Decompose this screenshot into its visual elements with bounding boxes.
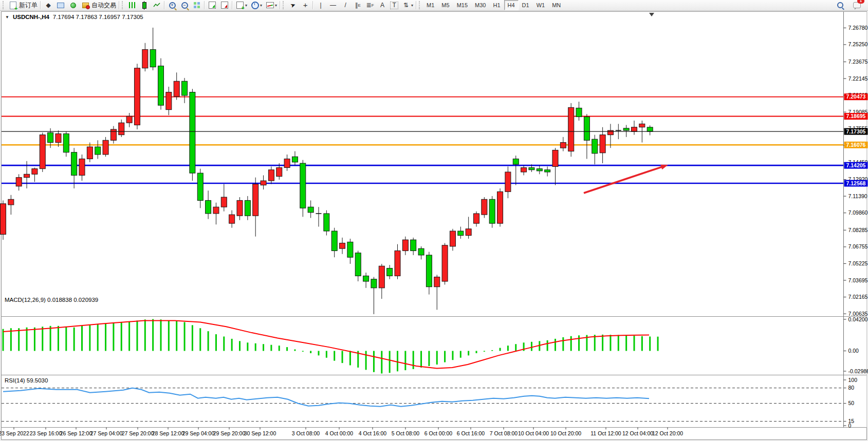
monitor-icon	[56, 1, 65, 10]
chart-title: ▼ USDCNH-,H4 7.17694 7.17863 7.16957 7.1…	[5, 14, 143, 20]
svg-text:23 Sep 2022: 23 Sep 2022	[0, 430, 29, 436]
timeframe-m30[interactable]: M30	[471, 0, 489, 10]
separator	[232, 1, 232, 9]
new-chart-button[interactable]: + ▾	[234, 1, 249, 10]
timeframe-w1[interactable]: W1	[533, 0, 549, 10]
toolbar-grip	[122, 1, 125, 9]
crosshair-tool-button[interactable]: +	[299, 1, 311, 10]
bar-chart-button[interactable]	[126, 1, 138, 10]
svg-text:6 Oct 16:00: 6 Oct 16:00	[457, 430, 485, 436]
svg-text:3 Oct 08:00: 3 Oct 08:00	[292, 430, 320, 436]
trendline-tool[interactable]: /	[339, 1, 352, 10]
separator	[119, 1, 119, 9]
mt4-terminal-window: 新订单 ◆ 自动交易 + − + ▾	[0, 0, 868, 441]
bar-chart-icon	[127, 1, 137, 10]
svg-text:7.18695: 7.18695	[846, 113, 866, 119]
equidistant-channel-icon: ∥E	[353, 1, 362, 10]
notifications-button[interactable]: 1	[851, 1, 863, 10]
svg-text:7.17305: 7.17305	[846, 128, 866, 135]
channel-tool[interactable]: ∥E	[352, 1, 364, 10]
chart-window	[2, 12, 867, 440]
horizontal-line-tool[interactable]: —	[327, 1, 339, 10]
notification-badge: 1	[857, 0, 864, 4]
svg-text:0.042001: 0.042001	[848, 316, 868, 322]
svg-text:27 Sep 04:00: 27 Sep 04:00	[90, 430, 123, 436]
new-order-label: 新订单	[19, 1, 38, 10]
timeframe-m1[interactable]: M1	[423, 0, 438, 10]
price-axis-strip[interactable]	[844, 12, 867, 428]
svg-text:7.05225: 7.05225	[848, 260, 868, 266]
svg-text:7.09860: 7.09860	[848, 209, 868, 216]
auto-trading-button[interactable]: 自动交易	[79, 1, 118, 10]
horizontal-line-icon: —	[328, 1, 338, 10]
svg-text:29 Sep 20:00: 29 Sep 20:00	[213, 430, 246, 436]
zoom-out-icon: −	[180, 1, 189, 10]
svg-text:12 Oct 20:00: 12 Oct 20:00	[652, 430, 683, 436]
new-order-button[interactable]: 新订单	[7, 1, 39, 10]
svg-text:7.23675: 7.23675	[848, 59, 868, 65]
svg-text:7.03695: 7.03695	[848, 277, 868, 283]
macd-indicator-label: MACD(12,26,9) 0.018838 0.020939	[5, 297, 98, 303]
dropdown-caret-icon: ▾	[411, 3, 413, 8]
crosshair-icon: +	[301, 1, 310, 10]
vertical-line-tool[interactable]: |	[315, 1, 327, 10]
svg-text:10 Oct 04:00: 10 Oct 04:00	[518, 430, 549, 436]
candlestick-chart-button[interactable]	[138, 1, 151, 10]
svg-text:30 Sep 12:00: 30 Sep 12:00	[244, 430, 276, 436]
zoom-in-button[interactable]: +	[166, 1, 178, 10]
separator	[416, 1, 416, 9]
timeframe-h4[interactable]: H4	[504, 0, 519, 10]
auto-scroll-button[interactable]	[206, 1, 218, 10]
dropdown-caret-icon: ▾	[260, 3, 262, 8]
fibonacci-tool[interactable]: ≣F	[364, 1, 376, 10]
trendline-icon: /	[341, 1, 350, 10]
chart-canvas[interactable]: 7.267807.252507.236757.221457.206157.190…	[0, 0, 868, 441]
chart-symbol-period: USDCNH-,H4	[13, 14, 49, 20]
separator	[164, 1, 164, 9]
arrows-tool[interactable]: ⇅ ▾	[400, 1, 415, 10]
new-chart-icon: +	[235, 1, 245, 10]
chart-ohlc-values: 7.17694 7.17863 7.16957 7.17305	[53, 14, 143, 20]
svg-text:12 Oct 04:00: 12 Oct 04:00	[622, 430, 653, 436]
gold-diamond-icon: ◆	[44, 1, 53, 10]
zoom-in-icon: +	[168, 1, 177, 10]
separator	[40, 1, 41, 9]
text-tool[interactable]: A	[376, 1, 389, 10]
svg-text:7.22145: 7.22145	[848, 75, 868, 82]
cursor-tool-button[interactable]: ➤	[287, 1, 299, 10]
tile-windows-button[interactable]	[191, 1, 203, 10]
timeframe-d1[interactable]: D1	[519, 0, 533, 10]
timeframe-m15[interactable]: M15	[453, 0, 471, 10]
separator	[280, 1, 280, 9]
vertical-line-icon: |	[316, 1, 325, 10]
fibonacci-icon: ≣F	[365, 1, 375, 10]
timeframe-m5[interactable]: M5	[438, 0, 453, 10]
svg-text:6 Oct 00:00: 6 Oct 00:00	[424, 430, 452, 436]
svg-text:7.11390: 7.11390	[848, 193, 867, 199]
market-watch-button[interactable]: ◆	[42, 1, 54, 10]
svg-text:100: 100	[848, 377, 858, 383]
data-feed-button[interactable]	[67, 1, 79, 10]
chart-shift-icon	[220, 1, 229, 10]
clock-icon	[250, 1, 260, 10]
timeframe-mn[interactable]: MN	[548, 0, 564, 10]
svg-text:-0.029864: -0.029864	[848, 368, 868, 374]
svg-text:29 Sep 04:00: 29 Sep 04:00	[182, 430, 215, 436]
timeframe-h1[interactable]: H1	[489, 0, 504, 10]
period-button[interactable]: ▾	[249, 1, 264, 10]
svg-text:50: 50	[848, 400, 855, 406]
auto-trading-icon	[81, 1, 90, 10]
auto-trading-label: 自动交易	[91, 1, 116, 10]
line-chart-button[interactable]	[151, 1, 163, 10]
search-button[interactable]	[834, 1, 846, 10]
chart-shift-button[interactable]	[218, 1, 231, 10]
svg-text:7.06755: 7.06755	[848, 243, 868, 250]
svg-text:10 Oct 20:00: 10 Oct 20:00	[550, 430, 581, 436]
toolbar-grip	[419, 1, 422, 9]
indicators-button[interactable]: ▾	[264, 1, 279, 10]
svg-text:80: 80	[848, 385, 855, 391]
zoom-out-button[interactable]: −	[178, 1, 191, 10]
chart-menu-arrow-icon[interactable]: ▼	[5, 15, 9, 20]
profiles-button[interactable]	[54, 1, 67, 10]
text-label-tool[interactable]: T	[389, 1, 400, 10]
